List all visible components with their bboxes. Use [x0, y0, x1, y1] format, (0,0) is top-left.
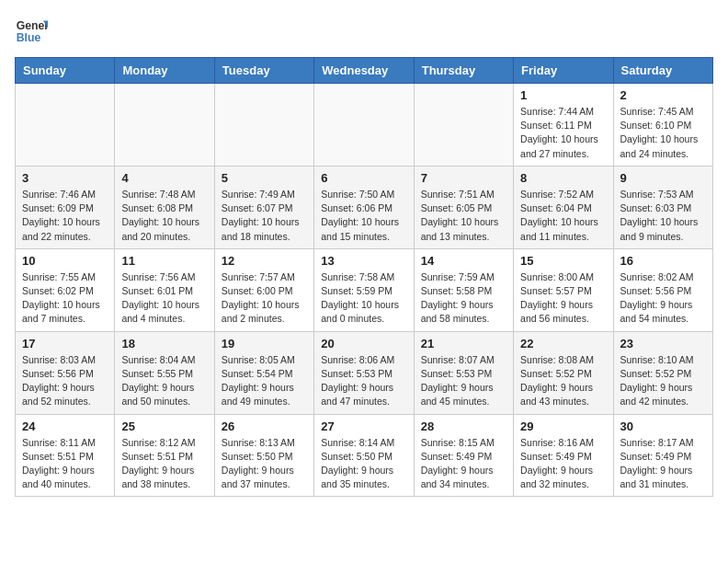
day-number: 13 [321, 254, 406, 268]
page-header: General Blue [15, 15, 713, 48]
cell-info: Sunrise: 8:14 AM Sunset: 5:50 PM Dayligh… [321, 436, 406, 492]
day-number: 10 [22, 254, 108, 268]
day-number: 8 [520, 171, 606, 185]
weekday-header-thursday: Thursday [414, 58, 513, 84]
day-number: 22 [520, 337, 606, 350]
cell-info: Sunrise: 7:50 AM Sunset: 6:06 PM Dayligh… [321, 188, 406, 244]
cell-info: Sunrise: 7:48 AM Sunset: 6:08 PM Dayligh… [121, 188, 207, 244]
calendar-cell [414, 84, 513, 167]
calendar-cell: 18Sunrise: 8:04 AM Sunset: 5:55 PM Dayli… [115, 331, 214, 414]
cell-info: Sunrise: 7:56 AM Sunset: 6:01 PM Dayligh… [121, 270, 207, 327]
calendar-cell: 26Sunrise: 8:13 AM Sunset: 5:50 PM Dayli… [214, 414, 313, 497]
day-number: 14 [421, 254, 506, 268]
calendar-cell: 7Sunrise: 7:51 AM Sunset: 6:05 PM Daylig… [414, 166, 513, 248]
calendar-cell: 28Sunrise: 8:15 AM Sunset: 5:49 PM Dayli… [414, 414, 513, 497]
calendar-cell: 27Sunrise: 8:14 AM Sunset: 5:50 PM Dayli… [314, 414, 414, 497]
day-number: 21 [421, 337, 506, 350]
cell-info: Sunrise: 8:08 AM Sunset: 5:52 PM Dayligh… [520, 353, 606, 409]
day-number: 23 [620, 337, 706, 350]
day-number: 2 [620, 88, 706, 102]
calendar-cell: 14Sunrise: 7:59 AM Sunset: 5:58 PM Dayli… [414, 248, 513, 331]
cell-info: Sunrise: 8:06 AM Sunset: 5:53 PM Dayligh… [321, 353, 406, 409]
cell-info: Sunrise: 8:00 AM Sunset: 5:57 PM Dayligh… [520, 270, 606, 327]
day-number: 11 [121, 254, 207, 268]
calendar-cell [214, 84, 313, 167]
cell-info: Sunrise: 7:57 AM Sunset: 6:00 PM Dayligh… [222, 270, 307, 327]
svg-text:General: General [17, 19, 48, 32]
weekday-header-monday: Monday [115, 58, 214, 84]
day-number: 30 [620, 419, 706, 433]
day-number: 9 [620, 171, 706, 185]
calendar-cell: 11Sunrise: 7:56 AM Sunset: 6:01 PM Dayli… [115, 248, 214, 331]
calendar-week-row: 24Sunrise: 8:11 AM Sunset: 5:51 PM Dayli… [16, 414, 713, 497]
calendar-week-row: 3Sunrise: 7:46 AM Sunset: 6:09 PM Daylig… [16, 166, 713, 248]
cell-info: Sunrise: 8:17 AM Sunset: 5:49 PM Dayligh… [620, 436, 706, 492]
calendar-cell: 12Sunrise: 7:57 AM Sunset: 6:00 PM Dayli… [214, 248, 313, 331]
calendar-table: SundayMondayTuesdayWednesdayThursdayFrid… [15, 57, 713, 497]
cell-info: Sunrise: 8:12 AM Sunset: 5:51 PM Dayligh… [121, 436, 207, 492]
calendar-cell: 5Sunrise: 7:49 AM Sunset: 6:07 PM Daylig… [214, 166, 313, 248]
calendar-cell: 2Sunrise: 7:45 AM Sunset: 6:10 PM Daylig… [613, 84, 712, 167]
calendar-cell: 23Sunrise: 8:10 AM Sunset: 5:52 PM Dayli… [613, 331, 712, 414]
day-number: 19 [222, 337, 307, 350]
day-number: 1 [520, 88, 606, 102]
cell-info: Sunrise: 8:05 AM Sunset: 5:54 PM Dayligh… [222, 353, 307, 409]
cell-info: Sunrise: 7:44 AM Sunset: 6:11 PM Dayligh… [520, 105, 606, 161]
logo: General Blue [15, 15, 51, 48]
cell-info: Sunrise: 8:10 AM Sunset: 5:52 PM Dayligh… [620, 353, 706, 409]
cell-info: Sunrise: 8:07 AM Sunset: 5:53 PM Dayligh… [421, 353, 506, 409]
calendar-cell: 3Sunrise: 7:46 AM Sunset: 6:09 PM Daylig… [16, 166, 115, 248]
calendar-cell: 13Sunrise: 7:58 AM Sunset: 5:59 PM Dayli… [314, 248, 414, 331]
day-number: 29 [520, 419, 606, 433]
calendar-cell: 16Sunrise: 8:02 AM Sunset: 5:56 PM Dayli… [613, 248, 712, 331]
day-number: 20 [321, 337, 406, 350]
cell-info: Sunrise: 7:51 AM Sunset: 6:05 PM Dayligh… [421, 188, 506, 244]
weekday-header-tuesday: Tuesday [214, 58, 313, 84]
calendar-week-row: 17Sunrise: 8:03 AM Sunset: 5:56 PM Dayli… [16, 331, 713, 414]
calendar-cell: 1Sunrise: 7:44 AM Sunset: 6:11 PM Daylig… [514, 84, 613, 167]
day-number: 27 [321, 419, 406, 433]
calendar-cell [115, 84, 214, 167]
cell-info: Sunrise: 8:16 AM Sunset: 5:49 PM Dayligh… [520, 436, 606, 492]
calendar-week-row: 10Sunrise: 7:55 AM Sunset: 6:02 PM Dayli… [16, 248, 713, 331]
logo-icon: General Blue [15, 15, 48, 48]
calendar-cell: 21Sunrise: 8:07 AM Sunset: 5:53 PM Dayli… [414, 331, 513, 414]
cell-info: Sunrise: 7:53 AM Sunset: 6:03 PM Dayligh… [620, 188, 706, 244]
calendar-cell: 24Sunrise: 8:11 AM Sunset: 5:51 PM Dayli… [16, 414, 115, 497]
day-number: 12 [222, 254, 307, 268]
day-number: 4 [121, 171, 207, 185]
cell-info: Sunrise: 8:03 AM Sunset: 5:56 PM Dayligh… [22, 353, 108, 409]
day-number: 7 [421, 171, 506, 185]
day-number: 24 [22, 419, 108, 433]
cell-info: Sunrise: 7:58 AM Sunset: 5:59 PM Dayligh… [321, 270, 406, 327]
calendar-cell: 25Sunrise: 8:12 AM Sunset: 5:51 PM Dayli… [115, 414, 214, 497]
day-number: 6 [321, 171, 406, 185]
calendar-cell [16, 84, 115, 167]
weekday-header-sunday: Sunday [16, 58, 115, 84]
day-number: 17 [22, 337, 108, 350]
cell-info: Sunrise: 7:55 AM Sunset: 6:02 PM Dayligh… [22, 270, 108, 327]
day-number: 25 [121, 419, 207, 433]
calendar-cell: 9Sunrise: 7:53 AM Sunset: 6:03 PM Daylig… [613, 166, 712, 248]
calendar-cell: 8Sunrise: 7:52 AM Sunset: 6:04 PM Daylig… [514, 166, 613, 248]
cell-info: Sunrise: 7:52 AM Sunset: 6:04 PM Dayligh… [520, 188, 606, 244]
calendar-cell: 19Sunrise: 8:05 AM Sunset: 5:54 PM Dayli… [214, 331, 313, 414]
cell-info: Sunrise: 8:15 AM Sunset: 5:49 PM Dayligh… [421, 436, 506, 492]
calendar-cell: 30Sunrise: 8:17 AM Sunset: 5:49 PM Dayli… [613, 414, 712, 497]
cell-info: Sunrise: 7:59 AM Sunset: 5:58 PM Dayligh… [421, 270, 506, 327]
calendar-cell: 10Sunrise: 7:55 AM Sunset: 6:02 PM Dayli… [16, 248, 115, 331]
day-number: 5 [222, 171, 307, 185]
cell-info: Sunrise: 8:11 AM Sunset: 5:51 PM Dayligh… [22, 436, 108, 492]
calendar-week-row: 1Sunrise: 7:44 AM Sunset: 6:11 PM Daylig… [16, 84, 713, 167]
cell-info: Sunrise: 8:13 AM Sunset: 5:50 PM Dayligh… [222, 436, 307, 492]
day-number: 16 [620, 254, 706, 268]
cell-info: Sunrise: 7:49 AM Sunset: 6:07 PM Dayligh… [222, 188, 307, 244]
weekday-header-wednesday: Wednesday [314, 58, 414, 84]
day-number: 3 [22, 171, 108, 185]
day-number: 26 [222, 419, 307, 433]
calendar-cell: 29Sunrise: 8:16 AM Sunset: 5:49 PM Dayli… [514, 414, 613, 497]
day-number: 18 [121, 337, 207, 350]
calendar-cell: 15Sunrise: 8:00 AM Sunset: 5:57 PM Dayli… [514, 248, 613, 331]
weekday-header-saturday: Saturday [613, 58, 712, 84]
cell-info: Sunrise: 8:02 AM Sunset: 5:56 PM Dayligh… [620, 270, 706, 327]
